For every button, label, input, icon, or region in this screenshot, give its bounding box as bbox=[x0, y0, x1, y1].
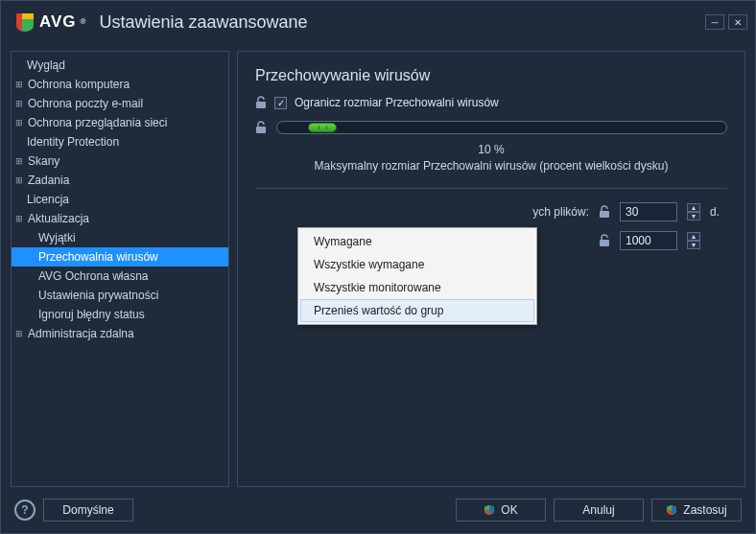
slider-caption: Maksymalny rozmiar Przechowalni wirusów … bbox=[255, 158, 727, 174]
shield-icon bbox=[666, 504, 677, 516]
logo-icon bbox=[14, 12, 35, 33]
svg-rect-1 bbox=[256, 127, 266, 133]
limit-size-row: Ogranicz rozmiar Przechowalni wirusów bbox=[255, 96, 727, 109]
sidebar-item-label: AVG Ochrona własna bbox=[38, 269, 149, 283]
days-unit: d. bbox=[710, 205, 727, 219]
sidebar-item-0[interactable]: Wygląd bbox=[12, 56, 228, 75]
sidebar-item-label: Aktualizacja bbox=[28, 212, 89, 225]
expander-icon[interactable]: ⊞ bbox=[14, 157, 23, 166]
expander-icon[interactable]: ⊞ bbox=[14, 330, 23, 338]
sidebar-item-label: Wygląd bbox=[27, 58, 65, 72]
close-button[interactable]: ✕ bbox=[728, 14, 747, 30]
sidebar-item-3[interactable]: ⊞Ochrona przeglądania sieci bbox=[12, 113, 228, 132]
expander-icon[interactable]: ⊞ bbox=[14, 215, 23, 223]
expander-icon[interactable]: ⊞ bbox=[14, 100, 23, 108]
slider-thumb[interactable] bbox=[308, 123, 337, 132]
expander-icon[interactable]: ⊞ bbox=[14, 176, 23, 185]
sidebar-item-14[interactable]: ⊞Administracja zdalna bbox=[12, 324, 228, 343]
sidebar[interactable]: Wygląd⊞Ochrona komputera⊞Ochrona poczty … bbox=[11, 51, 229, 487]
sidebar-item-label: Ustawienia prywatności bbox=[38, 289, 158, 302]
svg-rect-0 bbox=[256, 102, 266, 108]
sidebar-item-label: Administracja zdalna bbox=[28, 327, 134, 340]
maxfiles-spinner[interactable]: ▲▼ bbox=[687, 232, 700, 249]
sidebar-item-label: Przechowalnia wirusów bbox=[38, 250, 158, 264]
lock-open-icon bbox=[255, 121, 267, 134]
sidebar-item-8[interactable]: ⊞Aktualizacja bbox=[12, 209, 228, 228]
section-title: Przechowywanie wirusów bbox=[255, 67, 727, 84]
sidebar-item-label: Ochrona przeglądania sieci bbox=[28, 116, 167, 129]
sidebar-item-9[interactable]: Wyjątki bbox=[12, 228, 228, 247]
slider-readout: 10 % Maksymalny rozmiar Przechowalni wir… bbox=[255, 142, 727, 174]
help-button[interactable]: ? bbox=[14, 499, 35, 521]
size-slider-row bbox=[255, 121, 727, 134]
sidebar-item-4[interactable]: Identity Protection bbox=[12, 132, 228, 151]
days-label: ych plików: bbox=[255, 205, 589, 219]
slider-percent: 10 % bbox=[255, 142, 727, 158]
cancel-button[interactable]: Anuluj bbox=[554, 499, 644, 522]
days-input[interactable] bbox=[620, 202, 677, 221]
limit-size-checkbox[interactable] bbox=[274, 97, 287, 109]
lock-open-icon bbox=[599, 205, 610, 219]
days-spinner[interactable]: ▲▼ bbox=[687, 203, 700, 221]
sidebar-item-label: Licencja bbox=[27, 193, 69, 206]
sidebar-item-12[interactable]: Ustawienia prywatności bbox=[12, 286, 228, 305]
sidebar-item-label: Ignoruj błędny status bbox=[38, 308, 145, 321]
menu-item-1[interactable]: Wszystkie wymagane bbox=[300, 253, 534, 276]
sidebar-item-label: Skany bbox=[28, 154, 59, 168]
sidebar-item-label: Ochrona poczty e-mail bbox=[28, 97, 143, 110]
menu-item-0[interactable]: Wymagane bbox=[300, 230, 534, 253]
context-menu[interactable]: WymaganeWszystkie wymaganeWszystkie moni… bbox=[297, 227, 537, 325]
size-slider[interactable] bbox=[276, 121, 727, 134]
sidebar-item-label: Ochrona komputera bbox=[28, 78, 130, 91]
sidebar-item-6[interactable]: ⊞Zadania bbox=[12, 171, 228, 190]
logo-tm: ® bbox=[81, 17, 86, 26]
expander-icon[interactable]: ⊞ bbox=[14, 119, 23, 128]
lock-open-icon bbox=[255, 96, 267, 109]
window-title: Ustawienia zaawansowane bbox=[99, 12, 307, 33]
sidebar-item-label: Zadania bbox=[28, 174, 69, 187]
avg-logo: AVG ® bbox=[14, 12, 85, 33]
footer: ? Domyślne OK Anuluj Zastosuj bbox=[1, 487, 755, 533]
sidebar-item-1[interactable]: ⊞Ochrona komputera bbox=[12, 75, 228, 94]
sidebar-item-10[interactable]: Przechowalnia wirusów bbox=[12, 247, 228, 267]
sidebar-item-5[interactable]: ⊞Skany bbox=[12, 151, 228, 171]
svg-rect-3 bbox=[600, 240, 609, 246]
lock-open-icon bbox=[599, 234, 610, 247]
settings-window: AVG ® Ustawienia zaawansowane ─ ✕ Wygląd… bbox=[0, 0, 756, 534]
menu-item-2[interactable]: Wszystkie monitorowane bbox=[300, 276, 534, 299]
divider bbox=[255, 188, 727, 189]
sidebar-item-label: Identity Protection bbox=[27, 135, 119, 149]
defaults-button[interactable]: Domyślne bbox=[43, 499, 133, 522]
window-controls: ─ ✕ bbox=[705, 14, 747, 30]
svg-rect-2 bbox=[600, 211, 609, 218]
minimize-button[interactable]: ─ bbox=[705, 14, 724, 30]
maxfiles-input[interactable] bbox=[620, 231, 677, 250]
shield-icon bbox=[484, 504, 495, 516]
sidebar-item-label: Wyjątki bbox=[38, 231, 76, 244]
expander-icon[interactable]: ⊞ bbox=[14, 81, 23, 89]
menu-item-3[interactable]: Przenieś wartość do grup bbox=[300, 299, 534, 322]
sidebar-item-2[interactable]: ⊞Ochrona poczty e-mail bbox=[12, 94, 228, 113]
titlebar: AVG ® Ustawienia zaawansowane ─ ✕ bbox=[1, 1, 755, 43]
apply-button[interactable]: Zastosuj bbox=[651, 499, 742, 522]
sidebar-item-13[interactable]: Ignoruj błędny status bbox=[12, 305, 228, 324]
days-row: ych plików: ▲▼ d. bbox=[255, 202, 727, 221]
logo-text: AVG bbox=[39, 12, 77, 32]
ok-button[interactable]: OK bbox=[456, 499, 546, 522]
sidebar-item-11[interactable]: AVG Ochrona własna bbox=[12, 267, 228, 286]
limit-size-label: Ogranicz rozmiar Przechowalni wirusów bbox=[295, 96, 499, 109]
sidebar-item-7[interactable]: Licencja bbox=[12, 190, 228, 209]
